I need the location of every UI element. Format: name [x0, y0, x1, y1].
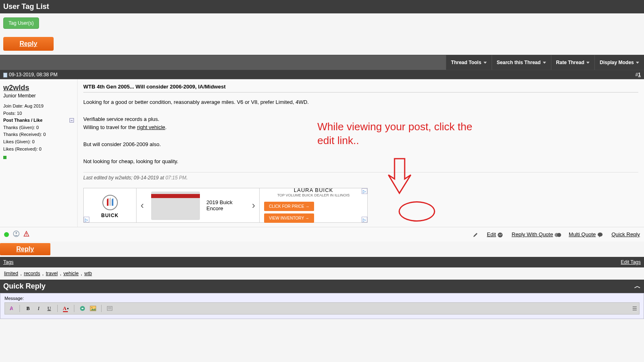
poster-title: Junior Member — [3, 93, 74, 99]
image-icon[interactable] — [89, 304, 97, 312]
buick-logo-icon — [100, 192, 120, 213]
underline-icon[interactable]: U — [45, 304, 53, 312]
quote-wrap-icon[interactable] — [106, 304, 114, 312]
reply-bottom-area: Reply — [0, 241, 644, 257]
status-icons — [4, 231, 32, 238]
tag-link[interactable]: records — [24, 271, 40, 276]
annotation-circle — [399, 201, 435, 222]
ad-car-image — [151, 192, 200, 220]
ad-inventory-button[interactable]: VIEW INVENTORY → — [264, 213, 314, 223]
thanks-given: Thanks (Given): 0 — [3, 124, 74, 131]
thread-tools-menu[interactable]: Thread Tools — [446, 55, 491, 70]
editor-toolbar: A̷ B I U A▾ — [4, 302, 640, 315]
old-post-icon — [3, 73, 7, 78]
multi-quote-icon — [555, 232, 560, 238]
join-date: Join Date: Aug 2019 — [3, 103, 74, 110]
collapse-chevron-icon[interactable]: ︿ — [634, 282, 641, 291]
post-action-links: Edit Reply With Quote Multi Quote Quick … — [473, 231, 640, 238]
pencil-icon — [473, 232, 478, 238]
post-thanks-like-row: Post Thanks / Like − — [3, 117, 74, 124]
right-vehicle-link[interactable]: right vehicle — [137, 124, 165, 130]
chevron-down-icon — [636, 62, 639, 64]
poster-stats: Join Date: Aug 2019 Posts: 10 Post Thank… — [3, 103, 74, 162]
adchoices-icon[interactable]: ▷ — [362, 217, 367, 222]
link-icon[interactable] — [78, 304, 87, 312]
svg-point-4 — [26, 235, 27, 236]
tags-header-link[interactable]: Tags — [3, 259, 13, 265]
online-status-icon — [4, 232, 9, 237]
post-datetime: 09-13-2019, 08:38 PM — [3, 72, 57, 78]
chevron-down-icon — [484, 62, 487, 64]
ad-prev-icon[interactable]: ‹ — [137, 200, 148, 211]
message-label: Message: — [4, 296, 640, 301]
edit-tags-link[interactable]: Edit Tags — [621, 259, 641, 265]
quick-reply-header: Quick Reply ︿ — [0, 280, 644, 293]
post-user-panel: w2wlds Junior Member Join Date: Aug 2019… — [0, 80, 77, 227]
tags-header-bar: Tags Edit Tags — [0, 257, 644, 267]
tag-link[interactable]: limited — [4, 271, 18, 276]
reply-button-top[interactable]: Reply — [3, 37, 54, 51]
svg-rect-12 — [107, 306, 112, 310]
last-edited-note: Last edited by w2wlds; 09-14-2019 at 07:… — [83, 172, 638, 181]
post-title: WTB 4th Gen 2005... Will consider 2006-2… — [83, 84, 638, 93]
ad-next-icon[interactable]: › — [248, 200, 259, 211]
ad-model: 2019 Buick Encore — [203, 188, 248, 222]
reply-top-area: Reply — [0, 33, 644, 55]
ad-close-icon[interactable]: ▷ — [362, 188, 367, 194]
svg-point-11 — [91, 307, 93, 308]
reply-with-quote-link[interactable]: Reply With Quote — [512, 231, 553, 237]
ad-price-button[interactable]: CLICK FOR PRICE → — [264, 202, 314, 211]
reply-button-bottom[interactable]: Reply — [0, 243, 50, 255]
rate-thread-label: Rate Thread — [556, 60, 584, 65]
collapse-icon[interactable]: − — [69, 118, 74, 123]
post-count: Posts: 10 — [3, 110, 74, 117]
search-thread-label: Search this Thread — [497, 60, 541, 65]
rate-thread-menu[interactable]: Rate Thread — [551, 55, 594, 70]
ad-dealer-tag: TOP VOLUME BUICK DEALER IN ILLINOIS — [277, 193, 349, 197]
multi-quote-link[interactable]: Multi Quote — [569, 231, 596, 237]
annotation-arrow-icon — [386, 157, 415, 197]
quick-reply-body: Message: A̷ B I U A▾ — [0, 293, 644, 319]
quick-reply-link[interactable]: Quick Reply — [611, 231, 640, 237]
reputation-icon — [3, 156, 7, 159]
tag-link[interactable]: travel — [46, 271, 58, 276]
profile-icon[interactable] — [13, 231, 20, 238]
editor-resize-grip[interactable] — [633, 306, 637, 310]
tags-list: limited , records , travel , vehicle , w… — [0, 267, 644, 280]
tag-link[interactable]: wtb — [84, 271, 92, 276]
likes-received: Likes (Received): 0 — [3, 146, 74, 153]
thread-tools-label: Thread Tools — [451, 60, 481, 65]
poster-username[interactable]: w2wlds — [3, 84, 29, 92]
tag-link[interactable]: vehicle — [63, 271, 78, 276]
post-body: WTB 4th Gen 2005... Will consider 2006-2… — [77, 80, 644, 227]
quote-icon — [497, 232, 503, 238]
post-meta-bar: 09-13-2019, 08:38 PM #1 — [0, 70, 644, 79]
svg-point-2 — [15, 232, 17, 234]
font-color-icon[interactable]: A▾ — [62, 304, 70, 312]
user-tag-list-body: Tag User(s) — [0, 13, 644, 33]
adchoices-icon[interactable]: ▷ — [84, 217, 89, 222]
quick-reply-icon — [597, 232, 603, 238]
user-tag-list-header: User Tag List — [0, 0, 644, 13]
display-modes-menu[interactable]: Display Modes — [594, 55, 644, 70]
post-row: w2wlds Junior Member Join Date: Aug 2019… — [0, 79, 644, 227]
edit-link[interactable]: Edit — [487, 231, 496, 237]
advertisement[interactable]: ▷ ▷ ▷ BUICK ‹ 2019 Buick Encore › LAURA … — [83, 188, 368, 223]
ad-brand: BUICK — [101, 213, 119, 218]
remove-format-icon[interactable]: A̷ — [7, 304, 15, 312]
annotation-text: While viewing your post, click the edit … — [317, 120, 488, 148]
display-modes-label: Display Modes — [600, 60, 634, 65]
svg-point-5 — [498, 233, 503, 237]
bold-icon[interactable]: B — [24, 304, 32, 312]
italic-icon[interactable]: I — [35, 304, 43, 312]
report-icon[interactable] — [23, 231, 30, 238]
thread-toolbar: Thread Tools Search this Thread Rate Thr… — [0, 55, 644, 70]
chevron-down-icon — [543, 62, 546, 64]
search-thread-menu[interactable]: Search this Thread — [492, 55, 551, 70]
post-number[interactable]: #1 — [635, 72, 641, 78]
chevron-down-icon — [586, 62, 590, 64]
ad-dealer-name: LAURA BUICK — [294, 187, 333, 193]
tag-users-button[interactable]: Tag User(s) — [3, 17, 39, 29]
svg-point-7 — [557, 233, 561, 237]
thanks-received: Thanks (Received): 0 — [3, 131, 74, 138]
